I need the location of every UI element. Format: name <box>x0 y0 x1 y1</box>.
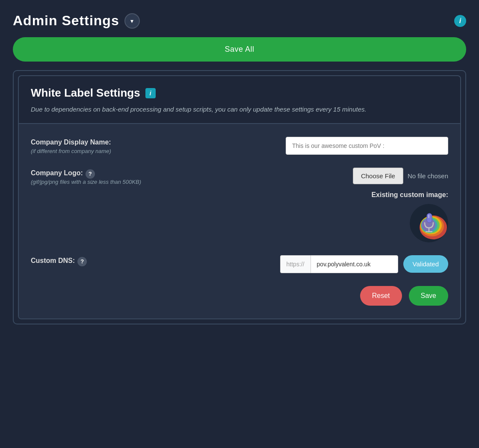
company-logo-sublabel: (gif/jpg/png files with a size less than… <box>31 179 193 185</box>
header-info-icon[interactable]: i <box>454 15 466 27</box>
dropdown-button[interactable]: ▾ <box>124 13 140 29</box>
dns-input[interactable] <box>310 255 398 273</box>
header-left: Admin Settings ▾ <box>13 13 140 29</box>
page-header: Admin Settings ▾ i <box>9 9 470 37</box>
card-title-row: White Label Settings i <box>31 86 448 100</box>
save-all-button[interactable]: Save All <box>13 37 466 62</box>
reset-button[interactable]: Reset <box>360 286 402 306</box>
save-all-container: Save All <box>9 37 470 70</box>
svg-rect-10 <box>428 215 429 218</box>
card-info-icon[interactable]: i <box>145 88 156 98</box>
card-header: White Label Settings i Due to dependenci… <box>19 76 460 124</box>
dns-input-group: https:// <box>280 255 398 273</box>
file-input-row: Choose File No file chosen <box>193 168 448 184</box>
company-display-name-sublabel: (if different from company name) <box>31 148 193 154</box>
logo-svg <box>410 204 448 242</box>
validated-button[interactable]: Validated <box>403 255 448 273</box>
company-logo-label-group: Company Logo: ? (gif/jpg/png files with … <box>31 168 193 185</box>
company-logo-label-wrapper: Company Logo: ? <box>31 169 193 179</box>
bottom-buttons: Reset Save <box>31 286 448 306</box>
company-display-name-control <box>193 137 448 155</box>
company-logo-label: Company Logo: <box>31 169 83 177</box>
custom-dns-label-wrapper: Custom DNS: ? <box>31 257 193 266</box>
outer-card: White Label Settings i Due to dependenci… <box>13 70 466 324</box>
company-display-name-label-group: Company Display Name: (if different from… <box>31 137 193 154</box>
save-button[interactable]: Save <box>409 286 448 306</box>
custom-dns-label: Custom DNS: <box>31 257 75 265</box>
dns-prefix: https:// <box>280 255 310 273</box>
card-body: Company Display Name: (if different from… <box>19 124 460 318</box>
existing-image-section: Existing custom image: <box>193 191 448 242</box>
svg-rect-7 <box>427 213 432 223</box>
no-file-text: No file chosen <box>408 172 448 180</box>
custom-dns-row: Custom DNS: ? https:// Validated <box>31 255 448 273</box>
custom-dns-control: https:// Validated <box>193 255 448 273</box>
company-display-name-input[interactable] <box>286 137 448 155</box>
existing-logo-image <box>410 204 448 242</box>
company-logo-row: Company Logo: ? (gif/jpg/png files with … <box>31 168 448 242</box>
page-title: Admin Settings <box>13 13 119 29</box>
company-logo-control: Choose File No file chosen Existing cust… <box>193 168 448 242</box>
custom-dns-help-icon[interactable]: ? <box>77 257 87 266</box>
white-label-card: White Label Settings i Due to dependenci… <box>18 75 461 319</box>
card-description: Due to dependencies on back-end processi… <box>31 105 448 115</box>
existing-image-label: Existing custom image: <box>371 191 448 199</box>
custom-dns-label-group: Custom DNS: ? <box>31 255 193 266</box>
company-display-name-label: Company Display Name: <box>31 139 193 146</box>
chevron-down-icon: ▾ <box>130 18 133 24</box>
company-display-name-row: Company Display Name: (if different from… <box>31 137 448 155</box>
choose-file-button[interactable]: Choose File <box>353 168 403 184</box>
company-logo-help-icon[interactable]: ? <box>86 169 95 179</box>
card-title: White Label Settings <box>31 86 140 100</box>
